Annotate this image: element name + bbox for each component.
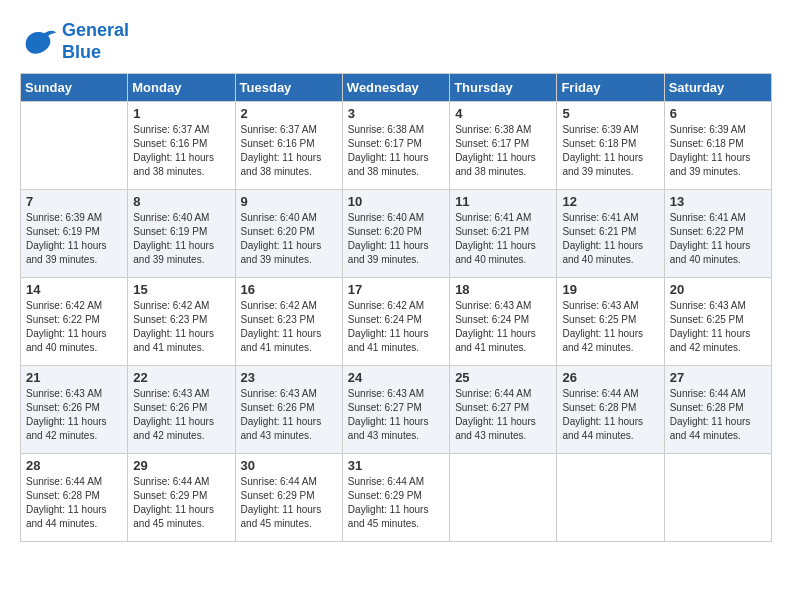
calendar-cell: 12Sunrise: 6:41 AM Sunset: 6:21 PM Dayli…	[557, 190, 664, 278]
calendar-cell: 30Sunrise: 6:44 AM Sunset: 6:29 PM Dayli…	[235, 454, 342, 542]
day-number: 16	[241, 282, 337, 297]
day-info: Sunrise: 6:44 AM Sunset: 6:28 PM Dayligh…	[26, 475, 122, 531]
page-header: General Blue	[20, 20, 772, 63]
day-info: Sunrise: 6:41 AM Sunset: 6:21 PM Dayligh…	[562, 211, 658, 267]
day-info: Sunrise: 6:44 AM Sunset: 6:29 PM Dayligh…	[241, 475, 337, 531]
logo-text: General Blue	[62, 20, 129, 63]
calendar-cell: 3Sunrise: 6:38 AM Sunset: 6:17 PM Daylig…	[342, 102, 449, 190]
calendar-cell	[21, 102, 128, 190]
calendar-cell: 22Sunrise: 6:43 AM Sunset: 6:26 PM Dayli…	[128, 366, 235, 454]
day-number: 1	[133, 106, 229, 121]
calendar-cell: 24Sunrise: 6:43 AM Sunset: 6:27 PM Dayli…	[342, 366, 449, 454]
day-info: Sunrise: 6:44 AM Sunset: 6:29 PM Dayligh…	[348, 475, 444, 531]
day-info: Sunrise: 6:40 AM Sunset: 6:20 PM Dayligh…	[241, 211, 337, 267]
day-info: Sunrise: 6:43 AM Sunset: 6:27 PM Dayligh…	[348, 387, 444, 443]
day-info: Sunrise: 6:42 AM Sunset: 6:23 PM Dayligh…	[241, 299, 337, 355]
day-number: 8	[133, 194, 229, 209]
calendar-cell: 13Sunrise: 6:41 AM Sunset: 6:22 PM Dayli…	[664, 190, 771, 278]
day-number: 19	[562, 282, 658, 297]
day-info: Sunrise: 6:38 AM Sunset: 6:17 PM Dayligh…	[348, 123, 444, 179]
column-header-monday: Monday	[128, 74, 235, 102]
calendar-week-row: 7Sunrise: 6:39 AM Sunset: 6:19 PM Daylig…	[21, 190, 772, 278]
calendar-cell: 11Sunrise: 6:41 AM Sunset: 6:21 PM Dayli…	[450, 190, 557, 278]
calendar-cell: 27Sunrise: 6:44 AM Sunset: 6:28 PM Dayli…	[664, 366, 771, 454]
calendar-week-row: 14Sunrise: 6:42 AM Sunset: 6:22 PM Dayli…	[21, 278, 772, 366]
calendar-cell: 21Sunrise: 6:43 AM Sunset: 6:26 PM Dayli…	[21, 366, 128, 454]
day-info: Sunrise: 6:44 AM Sunset: 6:28 PM Dayligh…	[562, 387, 658, 443]
calendar-cell: 17Sunrise: 6:42 AM Sunset: 6:24 PM Dayli…	[342, 278, 449, 366]
day-number: 10	[348, 194, 444, 209]
calendar-cell: 19Sunrise: 6:43 AM Sunset: 6:25 PM Dayli…	[557, 278, 664, 366]
calendar-cell: 29Sunrise: 6:44 AM Sunset: 6:29 PM Dayli…	[128, 454, 235, 542]
column-header-saturday: Saturday	[664, 74, 771, 102]
column-header-wednesday: Wednesday	[342, 74, 449, 102]
day-info: Sunrise: 6:43 AM Sunset: 6:24 PM Dayligh…	[455, 299, 551, 355]
day-number: 31	[348, 458, 444, 473]
calendar-cell: 6Sunrise: 6:39 AM Sunset: 6:18 PM Daylig…	[664, 102, 771, 190]
day-number: 13	[670, 194, 766, 209]
day-number: 4	[455, 106, 551, 121]
day-number: 5	[562, 106, 658, 121]
day-number: 30	[241, 458, 337, 473]
calendar-cell: 1Sunrise: 6:37 AM Sunset: 6:16 PM Daylig…	[128, 102, 235, 190]
day-info: Sunrise: 6:44 AM Sunset: 6:29 PM Dayligh…	[133, 475, 229, 531]
day-number: 3	[348, 106, 444, 121]
calendar-cell	[557, 454, 664, 542]
calendar-cell: 5Sunrise: 6:39 AM Sunset: 6:18 PM Daylig…	[557, 102, 664, 190]
logo-icon	[20, 27, 56, 57]
day-number: 7	[26, 194, 122, 209]
day-number: 27	[670, 370, 766, 385]
day-info: Sunrise: 6:43 AM Sunset: 6:26 PM Dayligh…	[133, 387, 229, 443]
day-number: 17	[348, 282, 444, 297]
calendar-week-row: 1Sunrise: 6:37 AM Sunset: 6:16 PM Daylig…	[21, 102, 772, 190]
day-info: Sunrise: 6:43 AM Sunset: 6:25 PM Dayligh…	[562, 299, 658, 355]
day-info: Sunrise: 6:41 AM Sunset: 6:21 PM Dayligh…	[455, 211, 551, 267]
calendar-cell: 7Sunrise: 6:39 AM Sunset: 6:19 PM Daylig…	[21, 190, 128, 278]
day-info: Sunrise: 6:39 AM Sunset: 6:18 PM Dayligh…	[670, 123, 766, 179]
day-info: Sunrise: 6:44 AM Sunset: 6:28 PM Dayligh…	[670, 387, 766, 443]
calendar-cell: 9Sunrise: 6:40 AM Sunset: 6:20 PM Daylig…	[235, 190, 342, 278]
calendar-header-row: SundayMondayTuesdayWednesdayThursdayFrid…	[21, 74, 772, 102]
day-info: Sunrise: 6:40 AM Sunset: 6:20 PM Dayligh…	[348, 211, 444, 267]
column-header-thursday: Thursday	[450, 74, 557, 102]
day-number: 14	[26, 282, 122, 297]
calendar-table: SundayMondayTuesdayWednesdayThursdayFrid…	[20, 73, 772, 542]
day-info: Sunrise: 6:43 AM Sunset: 6:25 PM Dayligh…	[670, 299, 766, 355]
day-number: 22	[133, 370, 229, 385]
calendar-cell: 14Sunrise: 6:42 AM Sunset: 6:22 PM Dayli…	[21, 278, 128, 366]
day-number: 21	[26, 370, 122, 385]
calendar-cell: 18Sunrise: 6:43 AM Sunset: 6:24 PM Dayli…	[450, 278, 557, 366]
calendar-cell: 8Sunrise: 6:40 AM Sunset: 6:19 PM Daylig…	[128, 190, 235, 278]
day-info: Sunrise: 6:43 AM Sunset: 6:26 PM Dayligh…	[241, 387, 337, 443]
column-header-sunday: Sunday	[21, 74, 128, 102]
calendar-cell	[450, 454, 557, 542]
calendar-cell: 16Sunrise: 6:42 AM Sunset: 6:23 PM Dayli…	[235, 278, 342, 366]
calendar-cell: 28Sunrise: 6:44 AM Sunset: 6:28 PM Dayli…	[21, 454, 128, 542]
day-number: 18	[455, 282, 551, 297]
calendar-cell	[664, 454, 771, 542]
calendar-cell: 31Sunrise: 6:44 AM Sunset: 6:29 PM Dayli…	[342, 454, 449, 542]
day-info: Sunrise: 6:43 AM Sunset: 6:26 PM Dayligh…	[26, 387, 122, 443]
day-info: Sunrise: 6:40 AM Sunset: 6:19 PM Dayligh…	[133, 211, 229, 267]
calendar-cell: 20Sunrise: 6:43 AM Sunset: 6:25 PM Dayli…	[664, 278, 771, 366]
day-number: 2	[241, 106, 337, 121]
day-number: 9	[241, 194, 337, 209]
day-number: 20	[670, 282, 766, 297]
day-info: Sunrise: 6:41 AM Sunset: 6:22 PM Dayligh…	[670, 211, 766, 267]
calendar-cell: 2Sunrise: 6:37 AM Sunset: 6:16 PM Daylig…	[235, 102, 342, 190]
day-info: Sunrise: 6:39 AM Sunset: 6:19 PM Dayligh…	[26, 211, 122, 267]
day-number: 24	[348, 370, 444, 385]
calendar-cell: 26Sunrise: 6:44 AM Sunset: 6:28 PM Dayli…	[557, 366, 664, 454]
calendar-cell: 15Sunrise: 6:42 AM Sunset: 6:23 PM Dayli…	[128, 278, 235, 366]
calendar-cell: 10Sunrise: 6:40 AM Sunset: 6:20 PM Dayli…	[342, 190, 449, 278]
day-info: Sunrise: 6:37 AM Sunset: 6:16 PM Dayligh…	[133, 123, 229, 179]
day-info: Sunrise: 6:42 AM Sunset: 6:24 PM Dayligh…	[348, 299, 444, 355]
day-info: Sunrise: 6:42 AM Sunset: 6:23 PM Dayligh…	[133, 299, 229, 355]
day-info: Sunrise: 6:37 AM Sunset: 6:16 PM Dayligh…	[241, 123, 337, 179]
day-number: 25	[455, 370, 551, 385]
day-number: 15	[133, 282, 229, 297]
day-number: 11	[455, 194, 551, 209]
day-number: 23	[241, 370, 337, 385]
day-info: Sunrise: 6:38 AM Sunset: 6:17 PM Dayligh…	[455, 123, 551, 179]
day-info: Sunrise: 6:39 AM Sunset: 6:18 PM Dayligh…	[562, 123, 658, 179]
